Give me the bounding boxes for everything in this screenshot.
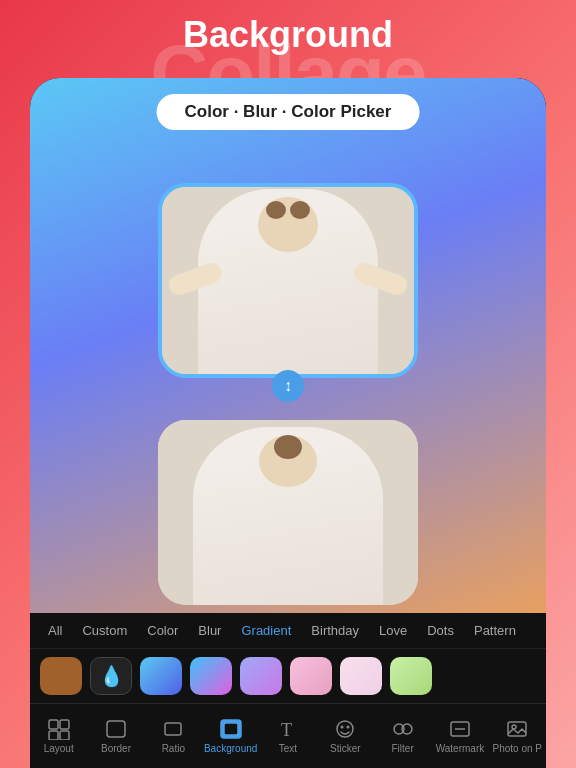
head-top: [258, 197, 318, 252]
border-icon: [102, 718, 130, 740]
swatch-color-picker[interactable]: 💧: [90, 657, 132, 695]
nav-filter[interactable]: Filter: [374, 704, 431, 768]
nav-photo[interactable]: Photo on P: [489, 704, 546, 768]
text-icon: T: [274, 718, 302, 740]
canvas-area: Color · Blur · Color Picker: [30, 78, 546, 613]
background-icon: [217, 718, 245, 740]
bottom-area: All Custom Color Blur Gradient Birthday …: [30, 613, 546, 768]
svg-point-10: [341, 726, 344, 729]
photo-frame-top[interactable]: [158, 183, 418, 378]
nav-text-label: Text: [279, 743, 297, 754]
sticker-icon: [331, 718, 359, 740]
swatch-brown[interactable]: [40, 657, 82, 695]
nav-watermark[interactable]: Watermark: [431, 704, 488, 768]
figure-top: [162, 187, 414, 374]
swatch-grad1[interactable]: [140, 657, 182, 695]
swatch-grad3[interactable]: [240, 657, 282, 695]
ratio-icon: [159, 718, 187, 740]
nav-layout[interactable]: Layout: [30, 704, 87, 768]
svg-rect-4: [107, 721, 125, 737]
swatch-grad2[interactable]: [190, 657, 232, 695]
nav-watermark-label: Watermark: [436, 743, 485, 754]
nav-layout-label: Layout: [44, 743, 74, 754]
nav-background-label: Background: [204, 743, 257, 754]
label-pill: Color · Blur · Color Picker: [157, 94, 420, 130]
layout-icon: [45, 718, 73, 740]
nav-sticker-label: Sticker: [330, 743, 361, 754]
svg-rect-0: [49, 720, 58, 729]
bun-right: [290, 201, 310, 219]
arm-left: [166, 260, 225, 298]
photo-icon: [503, 718, 531, 740]
svg-rect-2: [49, 731, 58, 740]
swatch-grad4[interactable]: [290, 657, 332, 695]
svg-rect-3: [60, 731, 69, 740]
category-tabs: All Custom Color Blur Gradient Birthday …: [30, 613, 546, 649]
woman-figure-bottom: [193, 427, 383, 605]
cat-tab-birthday[interactable]: Birthday: [301, 619, 369, 642]
photo-frame-bottom[interactable]: [158, 420, 418, 605]
nav-ratio[interactable]: Ratio: [145, 704, 202, 768]
filter-icon: [389, 718, 417, 740]
nav-text[interactable]: T Text: [259, 704, 316, 768]
resize-handle[interactable]: [272, 370, 304, 402]
watermark-icon: [446, 718, 474, 740]
nav-border[interactable]: Border: [87, 704, 144, 768]
nav-ratio-label: Ratio: [162, 743, 185, 754]
svg-rect-1: [60, 720, 69, 729]
swatch-grad5[interactable]: [340, 657, 382, 695]
cat-tab-blur[interactable]: Blur: [188, 619, 231, 642]
page-title: Background: [0, 14, 576, 56]
svg-text:T: T: [281, 720, 292, 740]
svg-rect-7: [224, 723, 238, 735]
swatches-row: 💧: [30, 649, 546, 703]
bun-top: [274, 435, 302, 459]
nav-filter-label: Filter: [392, 743, 414, 754]
nav-photo-label: Photo on P: [493, 743, 542, 754]
bun-left: [266, 201, 286, 219]
app-card: Color · Blur · Color Picker: [30, 78, 546, 768]
svg-point-11: [347, 726, 350, 729]
cat-tab-love[interactable]: Love: [369, 619, 417, 642]
cat-tab-custom[interactable]: Custom: [72, 619, 137, 642]
woman-figure-top: [198, 189, 378, 374]
svg-rect-5: [165, 723, 181, 735]
nav-border-label: Border: [101, 743, 131, 754]
cat-tab-color[interactable]: Color: [137, 619, 188, 642]
head-bottom: [259, 435, 317, 487]
cat-tab-pattern[interactable]: Pattern: [464, 619, 526, 642]
arm-right: [351, 260, 410, 298]
cat-tab-all[interactable]: All: [38, 619, 72, 642]
cat-tab-gradient[interactable]: Gradient: [231, 619, 301, 642]
swatch-grad6[interactable]: [390, 657, 432, 695]
figure-bottom: [158, 420, 418, 605]
nav-bar: Layout Border Ratio: [30, 703, 546, 768]
svg-rect-16: [508, 722, 526, 736]
nav-background[interactable]: Background: [202, 704, 259, 768]
nav-sticker[interactable]: Sticker: [317, 704, 374, 768]
cat-tab-dots[interactable]: Dots: [417, 619, 464, 642]
